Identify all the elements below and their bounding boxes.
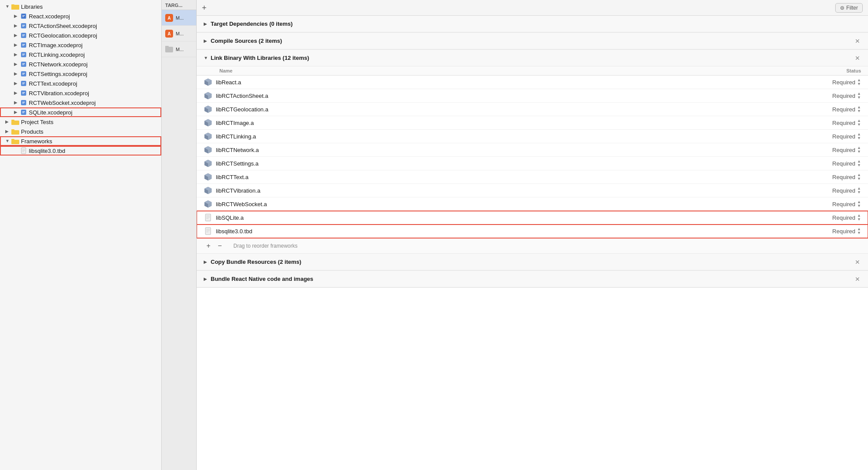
stepper-icon[interactable]: ▲▼ — [857, 159, 861, 167]
stepper-icon[interactable]: ▲▼ — [857, 146, 861, 154]
sidebar-item-rctgeolocation[interactable]: ▶ RCTGeolocation.xcodeproj — [0, 31, 161, 40]
svg-rect-16 — [22, 45, 24, 46]
stepper-icon[interactable]: ▲▼ — [857, 200, 861, 208]
sidebar-item-rcttext[interactable]: ▶ RCTText.xcodeproj — [0, 79, 161, 88]
sidebar-item-react[interactable]: ▶ React.xcodeproj — [0, 11, 161, 21]
lib-status: Required ▲▼ — [809, 200, 861, 208]
stepper-icon[interactable]: ▲▼ — [857, 173, 861, 181]
section-title: Bundle React Native code and images — [211, 276, 313, 282]
add-lib-button[interactable]: + — [204, 241, 213, 251]
lib-status: Required ▲▼ — [809, 146, 861, 154]
sidebar-item-rctlinking[interactable]: ▶ RCTLinking.xcodeproj — [0, 50, 161, 59]
svg-rect-8 — [21, 23, 26, 28]
chevron-right-icon: ▶ — [14, 14, 19, 19]
sidebar-item-rctnetwork[interactable]: ▶ RCTNetwork.xcodeproj — [0, 59, 161, 69]
section-link-binary: ▼ Link Binary With Libraries (12 items) … — [197, 50, 868, 254]
sidebar-item-label: Products — [21, 128, 43, 135]
sidebar-item-label: Libraries — [21, 3, 43, 10]
sidebar-item-frameworks[interactable]: ▼ Frameworks — [0, 136, 161, 146]
svg-rect-19 — [22, 55, 24, 56]
stepper-icon[interactable]: ▲▼ — [857, 187, 861, 194]
svg-rect-94 — [205, 214, 211, 221]
svg-rect-37 — [22, 113, 24, 114]
sidebar-item-rctactionsheet[interactable]: ▶ RCTActionSheet.xcodeproj — [0, 21, 161, 31]
stepper-icon[interactable]: ▲▼ — [857, 92, 861, 100]
filter-button[interactable]: ⊜ Filter — [835, 3, 863, 13]
remove-lib-button[interactable]: − — [215, 241, 225, 251]
svg-text:A: A — [167, 31, 170, 36]
lib-row-librctimage[interactable]: libRCTImage.a Required ▲▼ — [197, 116, 868, 130]
chevron-right-icon: ▶ — [204, 38, 208, 43]
lib-row-libreact[interactable]: libReact.a Required ▲▼ — [197, 76, 868, 89]
lib-row-librctwwebsocket[interactable]: libRCTWebSocket.a Required ▲▼ — [197, 197, 868, 211]
lib-row-librctsettings[interactable]: libRCTSettings.a Required ▲▼ — [197, 157, 868, 170]
add-button[interactable]: + — [202, 4, 207, 12]
targets-header: TARG... — [162, 0, 196, 10]
lib-cube-icon — [204, 132, 212, 141]
sidebar-item-products[interactable]: ▶ Products — [0, 127, 161, 136]
stepper-icon[interactable]: ▲▼ — [857, 119, 861, 127]
target-item-3[interactable]: M... — [162, 41, 196, 57]
stepper-icon[interactable]: ▲▼ — [857, 227, 861, 235]
stepper-icon[interactable]: ▲▼ — [857, 132, 861, 140]
section-header-bundle-react-native[interactable]: ▶ Bundle React Native code and images ✕ — [197, 271, 868, 287]
lib-row-librctactionsheet[interactable]: libRCTActionSheet.a Required ▲▼ — [197, 89, 868, 103]
target-item-main[interactable]: A M... — [162, 10, 196, 26]
svg-rect-26 — [21, 81, 26, 86]
lib-cube-icon — [204, 78, 212, 86]
lib-row-librcttext[interactable]: libRCTText.a Required ▲▼ — [197, 170, 868, 184]
svg-rect-29 — [21, 90, 26, 96]
section-header-target-dependencies[interactable]: ▶ Target Dependencies (0 items) — [197, 16, 868, 32]
close-button[interactable]: ✕ — [854, 276, 861, 283]
svg-rect-24 — [22, 73, 25, 74]
lib-row-librctvibration[interactable]: libRCTVibration.a Required ▲▼ — [197, 184, 868, 197]
lib-row-libsqlite-a[interactable]: libSQLite.a Required ▲▼ — [197, 211, 868, 225]
chevron-right-icon: ▶ — [14, 100, 19, 105]
sidebar-item-rctimage[interactable]: ▶ RCTImage.xcodeproj — [0, 40, 161, 50]
close-button[interactable]: ✕ — [854, 259, 861, 266]
target-item-2[interactable]: A M... — [162, 26, 196, 41]
lib-name: libSQLite.a — [216, 214, 809, 221]
sidebar-item-libsqlite3-tbd[interactable]: libsqlite3.0.tbd — [0, 146, 161, 156]
close-button[interactable]: ✕ — [854, 55, 861, 62]
lib-row-librctgeolocation[interactable]: libRCTGeolocation.a Required ▲▼ — [197, 103, 868, 116]
svg-rect-53 — [165, 46, 169, 48]
sidebar-item-rctvibration[interactable]: ▶ RCTVibration.xcodeproj — [0, 88, 161, 98]
section-header-copy-bundle[interactable]: ▶ Copy Bundle Resources (2 items) ✕ — [197, 254, 868, 270]
sidebar-item-rctwebsocket[interactable]: ▶ RCTWebSocket.xcodeproj — [0, 98, 161, 107]
sidebar-item-rctsettings[interactable]: ▶ RCTSettings.xcodeproj — [0, 69, 161, 79]
folder-yellow-icon — [11, 138, 19, 144]
section-header-link-binary[interactable]: ▼ Link Binary With Libraries (12 items) … — [197, 50, 868, 66]
sidebar-item-label: libsqlite3.0.tbd — [29, 148, 65, 154]
sidebar-item-label: RCTImage.xcodeproj — [29, 42, 83, 48]
svg-rect-35 — [21, 110, 26, 115]
sidebar-item-libraries[interactable]: ▼ Libraries — [0, 2, 161, 11]
target-label: M... — [176, 31, 184, 36]
sidebar-item-label: RCTWebSocket.xcodeproj — [29, 100, 96, 106]
table-header: Name Status — [197, 66, 868, 76]
section-title: Link Binary With Libraries (12 items) — [211, 55, 309, 61]
sidebar-item-label: React.xcodeproj — [29, 13, 70, 20]
sidebar-item-project-tests[interactable]: ▶ Project Tests — [0, 117, 161, 127]
lib-row-librctnetwork[interactable]: libRCTNetwork.a Required ▲▼ — [197, 143, 868, 157]
close-button[interactable]: ✕ — [854, 38, 861, 45]
stepper-icon[interactable]: ▲▼ — [857, 105, 861, 113]
svg-rect-12 — [22, 35, 25, 35]
section-header-compile-sources[interactable]: ▶ Compile Sources (2 items) ✕ — [197, 33, 868, 49]
lib-row-librctlinking[interactable]: libRCTLinking.a Required ▲▼ — [197, 130, 868, 143]
chevron-right-icon: ▶ — [204, 276, 208, 281]
lib-cube-icon — [204, 105, 212, 114]
xcodeproj-icon — [20, 80, 27, 87]
stepper-icon[interactable]: ▲▼ — [857, 78, 861, 86]
svg-rect-11 — [21, 33, 26, 38]
svg-rect-43 — [11, 139, 14, 140]
sidebar-item-sqlite[interactable]: ▶ SQLite.xcodeproj — [0, 107, 161, 117]
lib-row-libsqlite3-tbd[interactable]: libsqlite3.0.tbd Required ▲▼ — [197, 225, 868, 238]
svg-rect-28 — [22, 84, 24, 85]
main-content: + ⊜ Filter ▶ Target Dependencies (0 item… — [197, 0, 868, 470]
lib-cube-icon — [204, 145, 212, 154]
stepper-icon[interactable]: ▲▼ — [857, 214, 861, 221]
chevron-right-icon: ▶ — [5, 129, 10, 134]
svg-rect-41 — [11, 129, 14, 131]
svg-rect-22 — [22, 65, 24, 66]
